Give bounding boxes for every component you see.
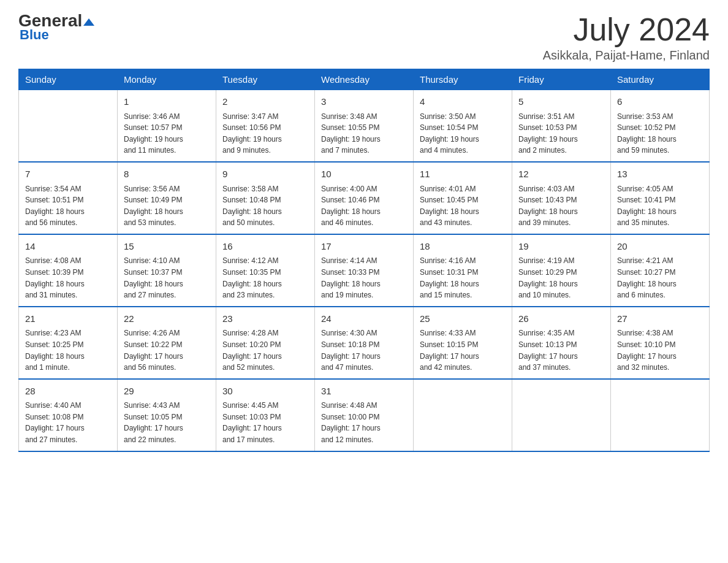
day-info: Sunrise: 4:45 AM Sunset: 10:03 PM Daylig… <box>222 400 308 445</box>
day-info: Sunrise: 4:26 AM Sunset: 10:22 PM Daylig… <box>124 327 210 373</box>
day-info: Sunrise: 3:56 AM Sunset: 10:49 PM Daylig… <box>124 183 210 229</box>
calendar-cell: 21Sunrise: 4:23 AM Sunset: 10:25 PM Dayl… <box>19 307 118 379</box>
day-number: 1 <box>124 95 210 109</box>
day-number: 19 <box>518 240 604 254</box>
header-tuesday: Tuesday <box>216 69 315 90</box>
day-info: Sunrise: 4:01 AM Sunset: 10:45 PM Daylig… <box>420 183 506 229</box>
header-wednesday: Wednesday <box>315 69 414 90</box>
calendar-cell: 5Sunrise: 3:51 AM Sunset: 10:53 PM Dayli… <box>512 90 611 162</box>
day-info: Sunrise: 3:47 AM Sunset: 10:56 PM Daylig… <box>222 111 308 156</box>
day-number: 14 <box>25 240 111 254</box>
calendar-cell: 8Sunrise: 3:56 AM Sunset: 10:49 PM Dayli… <box>118 162 216 234</box>
page-header: General Blue July 2024 Asikkala, Paijat-… <box>18 12 710 63</box>
calendar-cell: 2Sunrise: 3:47 AM Sunset: 10:56 PM Dayli… <box>216 90 315 162</box>
day-info: Sunrise: 4:03 AM Sunset: 10:43 PM Daylig… <box>518 183 604 229</box>
day-info: Sunrise: 4:12 AM Sunset: 10:35 PM Daylig… <box>222 255 308 301</box>
calendar-cell: 22Sunrise: 4:26 AM Sunset: 10:22 PM Dayl… <box>118 307 216 379</box>
logo-blue: Blue <box>18 27 49 43</box>
calendar-cell <box>512 379 611 451</box>
calendar-week-row: 14Sunrise: 4:08 AM Sunset: 10:39 PM Dayl… <box>19 234 710 307</box>
calendar-week-row: 21Sunrise: 4:23 AM Sunset: 10:25 PM Dayl… <box>19 307 710 379</box>
calendar-cell: 25Sunrise: 4:33 AM Sunset: 10:15 PM Dayl… <box>414 307 512 379</box>
header-thursday: Thursday <box>414 69 512 90</box>
calendar-cell: 12Sunrise: 4:03 AM Sunset: 10:43 PM Dayl… <box>512 162 611 234</box>
day-info: Sunrise: 4:43 AM Sunset: 10:05 PM Daylig… <box>124 400 210 445</box>
day-number: 16 <box>222 240 308 254</box>
day-info: Sunrise: 4:21 AM Sunset: 10:27 PM Daylig… <box>617 255 703 301</box>
logo: General Blue <box>18 12 94 43</box>
day-number: 24 <box>321 312 407 326</box>
day-number: 5 <box>518 95 604 109</box>
day-number: 25 <box>420 312 506 326</box>
month-year-title: July 2024 <box>543 12 710 47</box>
calendar-week-row: 28Sunrise: 4:40 AM Sunset: 10:08 PM Dayl… <box>19 379 710 451</box>
calendar-cell <box>19 90 118 162</box>
calendar-cell: 13Sunrise: 4:05 AM Sunset: 10:41 PM Dayl… <box>611 162 710 234</box>
calendar-week-row: 7Sunrise: 3:54 AM Sunset: 10:51 PM Dayli… <box>19 162 710 234</box>
calendar-cell: 11Sunrise: 4:01 AM Sunset: 10:45 PM Dayl… <box>414 162 512 234</box>
calendar-cell: 26Sunrise: 4:35 AM Sunset: 10:13 PM Dayl… <box>512 307 611 379</box>
calendar-cell: 19Sunrise: 4:19 AM Sunset: 10:29 PM Dayl… <box>512 234 611 307</box>
day-number: 18 <box>420 240 506 254</box>
day-number: 23 <box>222 312 308 326</box>
calendar-table: SundayMondayTuesdayWednesdayThursdayFrid… <box>18 69 710 451</box>
day-info: Sunrise: 4:40 AM Sunset: 10:08 PM Daylig… <box>25 400 111 445</box>
calendar-cell: 28Sunrise: 4:40 AM Sunset: 10:08 PM Dayl… <box>19 379 118 451</box>
location-subtitle: Asikkala, Paijat-Hame, Finland <box>543 48 710 63</box>
day-info: Sunrise: 3:48 AM Sunset: 10:55 PM Daylig… <box>321 111 407 156</box>
day-number: 2 <box>222 95 308 109</box>
day-number: 9 <box>222 167 308 182</box>
calendar-cell: 1Sunrise: 3:46 AM Sunset: 10:57 PM Dayli… <box>118 90 216 162</box>
calendar-cell: 29Sunrise: 4:43 AM Sunset: 10:05 PM Dayl… <box>118 379 216 451</box>
day-info: Sunrise: 4:28 AM Sunset: 10:20 PM Daylig… <box>222 327 308 373</box>
day-info: Sunrise: 4:16 AM Sunset: 10:31 PM Daylig… <box>420 255 506 301</box>
header-monday: Monday <box>118 69 216 90</box>
day-info: Sunrise: 4:19 AM Sunset: 10:29 PM Daylig… <box>518 255 604 301</box>
day-info: Sunrise: 4:35 AM Sunset: 10:13 PM Daylig… <box>518 327 604 373</box>
day-info: Sunrise: 4:14 AM Sunset: 10:33 PM Daylig… <box>321 255 407 301</box>
day-info: Sunrise: 4:33 AM Sunset: 10:15 PM Daylig… <box>420 327 506 373</box>
calendar-cell: 30Sunrise: 4:45 AM Sunset: 10:03 PM Dayl… <box>216 379 315 451</box>
calendar-cell <box>414 379 512 451</box>
day-number: 3 <box>321 95 407 109</box>
calendar-cell: 31Sunrise: 4:48 AM Sunset: 10:00 PM Dayl… <box>315 379 414 451</box>
day-info: Sunrise: 3:53 AM Sunset: 10:52 PM Daylig… <box>617 111 703 156</box>
calendar-cell: 17Sunrise: 4:14 AM Sunset: 10:33 PM Dayl… <box>315 234 414 307</box>
day-number: 29 <box>124 385 210 399</box>
day-number: 6 <box>617 95 703 109</box>
day-number: 15 <box>124 240 210 254</box>
day-info: Sunrise: 4:23 AM Sunset: 10:25 PM Daylig… <box>25 327 111 373</box>
day-number: 27 <box>617 312 703 326</box>
day-info: Sunrise: 3:51 AM Sunset: 10:53 PM Daylig… <box>518 111 604 156</box>
calendar-cell: 20Sunrise: 4:21 AM Sunset: 10:27 PM Dayl… <box>611 234 710 307</box>
calendar-cell: 16Sunrise: 4:12 AM Sunset: 10:35 PM Dayl… <box>216 234 315 307</box>
day-info: Sunrise: 4:05 AM Sunset: 10:41 PM Daylig… <box>617 183 703 229</box>
calendar-cell: 23Sunrise: 4:28 AM Sunset: 10:20 PM Dayl… <box>216 307 315 379</box>
day-info: Sunrise: 3:58 AM Sunset: 10:48 PM Daylig… <box>222 183 308 229</box>
day-number: 21 <box>25 312 111 326</box>
calendar-cell: 15Sunrise: 4:10 AM Sunset: 10:37 PM Dayl… <box>118 234 216 307</box>
day-info: Sunrise: 4:08 AM Sunset: 10:39 PM Daylig… <box>25 255 111 301</box>
day-number: 26 <box>518 312 604 326</box>
day-number: 4 <box>420 95 506 109</box>
day-number: 7 <box>25 167 111 182</box>
day-number: 30 <box>222 385 308 399</box>
calendar-header-row: SundayMondayTuesdayWednesdayThursdayFrid… <box>19 69 710 90</box>
title-area: July 2024 Asikkala, Paijat-Hame, Finland <box>543 12 710 63</box>
day-info: Sunrise: 3:54 AM Sunset: 10:51 PM Daylig… <box>25 183 111 229</box>
calendar-cell: 4Sunrise: 3:50 AM Sunset: 10:54 PM Dayli… <box>414 90 512 162</box>
calendar-cell: 24Sunrise: 4:30 AM Sunset: 10:18 PM Dayl… <box>315 307 414 379</box>
calendar-cell: 27Sunrise: 4:38 AM Sunset: 10:10 PM Dayl… <box>611 307 710 379</box>
calendar-cell <box>611 379 710 451</box>
calendar-cell: 6Sunrise: 3:53 AM Sunset: 10:52 PM Dayli… <box>611 90 710 162</box>
day-number: 20 <box>617 240 703 254</box>
header-sunday: Sunday <box>19 69 118 90</box>
day-info: Sunrise: 4:10 AM Sunset: 10:37 PM Daylig… <box>124 255 210 301</box>
calendar-cell: 3Sunrise: 3:48 AM Sunset: 10:55 PM Dayli… <box>315 90 414 162</box>
day-number: 11 <box>420 167 506 182</box>
day-number: 12 <box>518 167 604 182</box>
header-saturday: Saturday <box>611 69 710 90</box>
calendar-cell: 14Sunrise: 4:08 AM Sunset: 10:39 PM Dayl… <box>19 234 118 307</box>
day-number: 8 <box>124 167 210 182</box>
day-info: Sunrise: 4:38 AM Sunset: 10:10 PM Daylig… <box>617 327 703 373</box>
